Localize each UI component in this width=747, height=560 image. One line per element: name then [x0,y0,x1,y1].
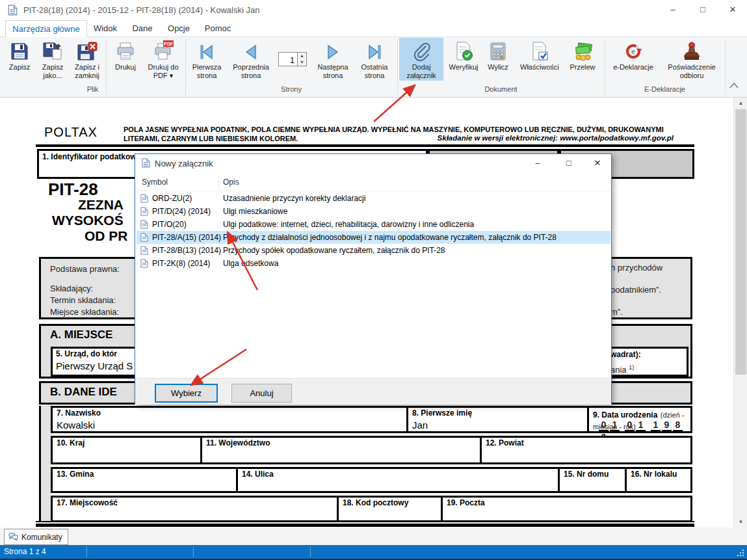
wybierz-button[interactable]: Wybierz [155,384,218,403]
calculate-button[interactable]: Wylicz [482,38,514,72]
verify-icon [454,40,473,61]
ribbon-collapse-icon[interactable] [729,83,739,88]
last-page-icon [365,40,384,61]
cell-divider [587,408,589,431]
page-number-input[interactable] [278,52,298,66]
save-and-close-button[interactable]: Zapisz i zamknij [69,38,105,80]
efiling-note: Składanie w wersji elektronicznej: www.p… [438,134,674,142]
new-attachment-dialog: Nowy załącznik – □ ✕ Symbol Opis ORD-ZU(… [135,153,612,405]
svg-text:e: e [631,47,635,55]
attachment-description: Ulgi podatkowe: internet, dzieci, rehabi… [223,220,474,229]
dialog-maximize-button[interactable]: □ [555,154,583,172]
attachment-row[interactable]: PIT/D(24) (2014) Ulgi mieszkaniowe [137,205,610,218]
page-status: Strona 1 z 4 [4,547,46,556]
status-separator [86,546,87,557]
status-bar: Strona 1 z 4 [0,545,747,559]
field-17-label: 17. Miejscowość [57,498,118,507]
stamp-icon [682,40,701,61]
next-page-button[interactable]: Następna strona [312,38,354,80]
column-header-opis[interactable]: Opis [223,178,239,187]
attachment-description: Uzasadnienie przyczyn korekty deklaracji [223,194,365,203]
section-a-title: A. MIEJSCE [50,328,112,341]
field-5-fragment-1: wadrat): [610,350,641,359]
last-page-label: Ostatnia strona [355,63,394,80]
attachment-symbol: PIT-2K(8) (2014) [152,259,210,268]
attachment-row[interactable]: PIT-28/B(13) (2014) Przychody spółek opo… [137,244,610,257]
edeclarations-button[interactable]: e e-Deklaracje [609,38,658,72]
place-label: Miejsce składania: [50,307,119,317]
resize-grip[interactable] [737,550,744,557]
tab-opcje[interactable]: Opcje [163,20,195,37]
scrollbar-thumb[interactable] [735,109,746,375]
tab-pomoc[interactable]: Pomoc [200,20,235,37]
properties-label: Właściwości [520,63,559,72]
komunikaty-tab[interactable]: Komunikaty [4,529,68,545]
save-label: Zapisz [9,63,30,72]
transfer-button[interactable]: Przelew [564,38,601,72]
scroll-up-icon[interactable]: ▲ [734,98,747,109]
field-7-value[interactable]: Kowalski [57,420,95,431]
transfer-label: Przelew [570,63,595,72]
print-to-pdf-label: Drukuj do PDF ▾ [143,63,183,80]
anuluj-button[interactable]: Anuluj [231,384,292,403]
close-button[interactable]: ✕ [718,0,747,20]
previous-page-icon [242,40,260,61]
print-button[interactable]: Drukuj [109,38,142,72]
form-row-13141516: 13. Gmina 14. Ulica 15. Nr domu 16. Nr l… [51,467,692,493]
app-document-icon [8,5,18,16]
dialog-close-button[interactable]: ✕ [583,154,612,172]
previous-page-label: Poprzednia strona [228,63,274,80]
minimize-button[interactable]: – [658,0,688,20]
column-header-symbol[interactable]: Symbol [142,178,168,187]
verify-label: Weryfikuj [449,63,478,72]
field-8-value[interactable]: Jan [412,420,428,431]
window-title: PIT-28(18) (2014) - 2015-12 - PIT-28(18)… [23,5,259,15]
first-page-button[interactable]: Pierwsza strona [187,38,226,80]
scroll-down-icon[interactable]: ▼ [734,516,747,527]
receipt-confirmation-button[interactable]: Poświadczenie odbioru [659,38,724,80]
calculator-icon [489,40,507,61]
attachment-row[interactable]: PIT/O(20) Ulgi podatkowe: internet, dzie… [137,218,610,231]
verify-button[interactable]: Weryfikuj [445,38,482,72]
tab-narzedzia-glowne[interactable]: Narzędzia główne [5,20,87,37]
attachment-row-selected[interactable]: PIT-28/A(15) (2014) Przychody z działaln… [137,231,610,244]
status-separator [193,546,194,557]
tab-widok[interactable]: Widok [88,20,122,37]
page-number-stepper[interactable]: ▲▼ [298,52,307,66]
field-7-label: 7. Nazwisko [57,408,101,418]
form-row-789: 7. Nazwisko Kowalski 8. Pierwsze imię Ja… [51,406,692,433]
add-attachment-label: Dodaj załącznik [400,63,442,80]
attachment-symbol: PIT/D(24) (2014) [152,207,211,216]
save-and-close-label: Zapisz i zamknij [69,63,105,80]
attachment-doc-icon [140,194,148,203]
field-14-label: 14. Ulica [242,470,274,479]
group-label-dokument: Dokument [397,85,605,96]
tab-dane[interactable]: Dane [127,20,157,37]
section-b-title: B. DANE IDE [50,386,117,399]
cell-divider [480,438,482,462]
save-as-button[interactable]: Zapisz jako... [36,38,69,80]
print-to-pdf-button[interactable]: PDF Drukuj do PDF ▾ [143,38,183,80]
cell-divider [406,408,408,431]
first-page-icon [198,40,216,61]
properties-button[interactable]: Właściwości [515,38,564,72]
vertical-scrollbar[interactable]: ▲ ▼ [733,98,747,527]
last-page-button[interactable]: Ostatnia strona [355,38,394,80]
attachment-doc-icon [140,207,148,216]
attachment-description: Przychody spółek opodatkowane ryczałtem,… [223,246,445,255]
maximize-button[interactable]: □ [688,0,718,20]
form-header-line1: POLA JASNE WYPEŁNIA PODATNIK, POLA CIEMN… [124,126,676,133]
group-label-plik: Plik [0,85,185,96]
receipt-confirmation-label: Poświadczenie odbioru [659,63,724,80]
add-attachment-button[interactable]: Dodaj załącznik [400,38,442,80]
field-16-label: 16. Nr lokalu [631,470,677,479]
save-button[interactable]: Zapisz [4,38,35,72]
field-5-value: Pierwszy Urząd S [56,360,133,371]
attachment-row[interactable]: ORD-ZU(2) Uzasadnienie przyczyn korekty … [137,192,610,205]
previous-page-button[interactable]: Poprzednia strona [228,38,274,80]
attachment-description: Przychody z działalności jednoosobowej i… [223,233,557,242]
dialog-minimize-button[interactable]: – [523,154,552,172]
bottom-tab-strip: Komunikaty [0,527,747,545]
field-18-label: 18. Kod pocztowy [343,498,408,507]
attachment-row[interactable]: PIT-2K(8) (2014) Ulga odsetkowa [137,257,610,270]
